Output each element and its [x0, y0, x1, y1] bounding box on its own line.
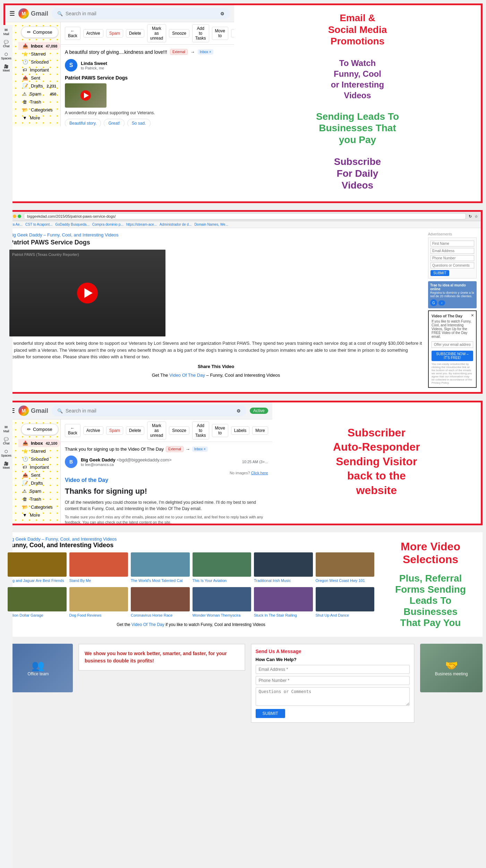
bookmark-6[interactable]: Administrador de d...: [160, 223, 191, 226]
bookmark-2[interactable]: CST to Acapont...: [25, 223, 52, 226]
sidebar-item-inbox[interactable]: 📥 Inbox 47,098: [18, 42, 60, 50]
ad-firstname-input[interactable]: [430, 241, 474, 247]
video-thumb-img-8[interactable]: [69, 587, 128, 611]
sidebar-nav-chat[interactable]: 💬Chat: [5, 40, 10, 48]
great-btn[interactable]: Great!: [104, 119, 124, 126]
delete-button[interactable]: Delete: [126, 29, 144, 37]
back-button[interactable]: ← Back: [65, 27, 80, 40]
labels-button[interactable]: Labels: [231, 29, 234, 37]
video-thumb-img-11[interactable]: [254, 587, 313, 611]
video-thumb-title-11[interactable]: Stuck In The Stair Railing: [254, 613, 313, 618]
beautiful-story-btn[interactable]: Beautiful story.: [65, 119, 101, 126]
mark-unread-button-2[interactable]: Mark as unread: [147, 422, 166, 440]
sidebar-nav-mail-2[interactable]: ✉Mail: [5, 425, 9, 433]
snooze-button-2[interactable]: Snooze: [169, 426, 189, 435]
maximize-window-icon[interactable]: [18, 215, 21, 218]
contact-submit-button[interactable]: SUBMIT: [256, 709, 285, 718]
minimize-window-icon[interactable]: [13, 215, 16, 218]
video-of-day-link[interactable]: Video Of The Day: [169, 373, 205, 378]
sidebar-item-snoozed[interactable]: 🕐 Snoozed: [18, 58, 60, 66]
godaddy-cta-button[interactable]: ›: [438, 300, 445, 306]
contact-phone-input[interactable]: [256, 676, 410, 685]
video-thumb-img-7[interactable]: [8, 587, 67, 611]
video-thumb-title-2[interactable]: Stand By Me: [69, 578, 128, 583]
play-overlay[interactable]: [80, 90, 91, 101]
move-to-button-2[interactable]: Move to: [212, 424, 228, 437]
so-sad-btn[interactable]: So sad.: [127, 119, 151, 126]
video-thumb-img-4[interactable]: [193, 552, 251, 577]
video-cta-link[interactable]: Video Of The Day: [131, 622, 164, 627]
video-thumb-img-2[interactable]: [69, 552, 128, 577]
bookmark-icon[interactable]: ☆: [475, 214, 478, 219]
spam-button[interactable]: Spam: [106, 29, 123, 37]
video-thumb-img-3[interactable]: [131, 552, 190, 577]
video-thumb-title-12[interactable]: Shut Up And Dance: [316, 613, 375, 618]
sidebar-item-starred[interactable]: ⭐ Starred: [18, 50, 60, 58]
sidebar-item-spam-2[interactable]: ⚠ Spam: [18, 487, 60, 495]
bookmark-3[interactable]: GoDaddy Busqueda...: [55, 223, 89, 226]
popup-subscribe-button[interactable]: SUBSCRIBE NOW – IT'S FREE!: [432, 351, 473, 361]
popup-email-input[interactable]: [432, 341, 473, 348]
archive-button-2[interactable]: Archive: [83, 426, 103, 435]
sidebar-item-snoozed-2[interactable]: 🕐 Snoozed: [18, 455, 60, 463]
filter-icon[interactable]: ⚙: [220, 11, 224, 16]
compose-button[interactable]: ✏ Compose: [21, 26, 58, 38]
add-to-tasks-button-2[interactable]: Add to Tasks: [192, 422, 209, 440]
sidebar-item-starred-2[interactable]: ⭐ Starred: [18, 447, 60, 455]
gmail-search-box[interactable]: 🔍 ⚙: [52, 8, 230, 19]
video-thumb-img-6[interactable]: [316, 552, 375, 577]
video-thumb-title-4[interactable]: This Is Your Aviation: [193, 578, 251, 583]
video-thumb-img-9[interactable]: [131, 587, 190, 611]
email2-site-link[interactable]: Video of the Day: [65, 477, 268, 483]
sidebar-item-spam[interactable]: ⚠ Spam 450: [18, 90, 60, 98]
video-embed[interactable]: Patriot PAWS (Texas Country Reporter): [9, 250, 165, 336]
ad-email-input[interactable]: [430, 248, 474, 254]
sidebar-nav-meet-2[interactable]: 🎥Meet: [5, 461, 10, 469]
sidebar-item-important-2[interactable]: 🏷 Important: [18, 463, 60, 471]
delete-button-2[interactable]: Delete: [126, 426, 144, 435]
video-thumb-title-5[interactable]: Traditional Irish Music: [254, 578, 313, 583]
bookmark-5[interactable]: https://stream-ace...: [126, 223, 157, 226]
sidebar-item-inbox-2[interactable]: 📥 Inbox 42,100: [18, 439, 60, 447]
sidebar-item-categories[interactable]: 📂 Categories: [18, 106, 60, 114]
hamburger-icon[interactable]: ☰: [9, 10, 15, 17]
compose-button-2[interactable]: ✏ Compose: [21, 424, 58, 435]
reload-icon[interactable]: ↻: [469, 214, 472, 219]
video-thumb-title-9[interactable]: Coronavirus Horse Race: [131, 613, 190, 618]
popup-close-icon[interactable]: ×: [471, 312, 474, 318]
video-thumb-img-5[interactable]: [254, 552, 313, 577]
video-thumb-title-1[interactable]: Dog and Jaguar Are Best Friends: [8, 578, 67, 583]
more-button-2[interactable]: More: [252, 426, 268, 435]
bookmark-4[interactable]: Compra dominio p...: [92, 223, 123, 226]
search-input-2[interactable]: [66, 408, 234, 414]
url-bar[interactable]: biggeekdad.com/2015/05/patriot-paws-serv…: [24, 213, 466, 219]
sidebar-nav-chat-2[interactable]: 💬Chat: [5, 437, 10, 445]
add-to-tasks-button[interactable]: Add to Tasks: [192, 24, 209, 42]
sidebar-item-sent[interactable]: 📤 Sent: [18, 74, 60, 82]
website-site-title[interactable]: Big Geek Daddy – Funny, Cool, and Intere…: [9, 232, 423, 237]
archive-button[interactable]: Archive: [83, 29, 103, 37]
sidebar-item-trash[interactable]: 🗑 Trash: [18, 98, 60, 106]
search-input[interactable]: [66, 11, 218, 16]
sidebar-item-trash-2[interactable]: 🗑 Trash: [18, 495, 60, 503]
sidebar-nav-spaces-2[interactable]: ⬡Spaces: [5, 449, 11, 457]
ad-questions-input[interactable]: [430, 262, 474, 268]
video-thumb-title-10[interactable]: Wonder Woman Themyscira: [193, 613, 251, 618]
sidebar-item-more-2[interactable]: ▼ More: [18, 511, 60, 519]
mark-unread-button[interactable]: Mark as unread: [147, 24, 166, 42]
video-thumb-title-7[interactable]: Million Dollar Garage: [8, 613, 67, 618]
sidebar-item-categories-2[interactable]: 📂 Categories: [18, 503, 60, 511]
video-play-button[interactable]: [77, 283, 98, 303]
video-site-title[interactable]: Big Geek Daddy – Funny, Cool, and Intere…: [8, 536, 117, 542]
sidebar-item-drafts-2[interactable]: 📝 Drafts: [18, 479, 60, 487]
contact-message-input[interactable]: [256, 687, 410, 706]
ad-phone-input[interactable]: [430, 255, 474, 261]
sidebar-item-drafts[interactable]: 📝 Drafts 2,231: [18, 82, 60, 90]
move-to-button[interactable]: Move to: [212, 27, 228, 40]
spam-button-2[interactable]: Spam: [106, 426, 123, 435]
gmail-search-box-2[interactable]: 🔍 ⚙: [52, 405, 246, 416]
sidebar-item-sent-2[interactable]: 📤 Sent: [18, 471, 60, 479]
bookmark-7[interactable]: Domain Names, We...: [194, 223, 228, 226]
video-thumb-img-10[interactable]: [193, 587, 251, 611]
sidebar-item-more[interactable]: ▼ More: [18, 114, 60, 122]
